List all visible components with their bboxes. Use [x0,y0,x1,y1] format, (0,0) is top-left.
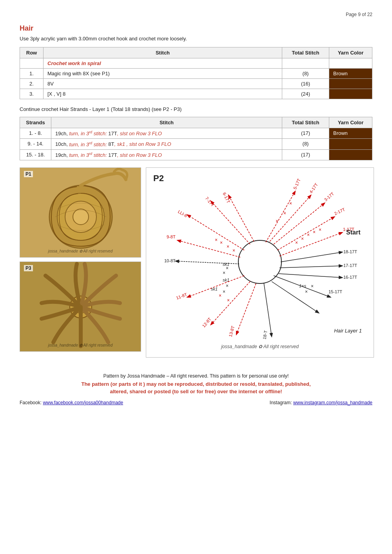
svg-text:×: × [289,201,292,206]
p1-image [20,168,141,258]
svg-text:13-8T: 13-8T [228,325,235,337]
footer: Pattern by Jossa Handmade – All right re… [20,373,372,405]
header-total-stitch: Total Stitch [282,47,329,58]
svg-text:×: × [301,236,304,242]
svg-text:×: × [307,232,310,238]
stitch-cell: 19ch, turn, in 3rd stitch: 17T, slst on … [51,149,282,160]
yarn-color-cell [329,149,372,160]
p1-label: P1 [24,171,33,177]
svg-text:×: × [295,240,298,245]
facebook-link[interactable]: www.facebook.com/jossa00handmade [43,400,123,405]
svg-line-64 [264,283,272,336]
svg-text:×: × [305,289,308,294]
stitch-cell: [X , V] 8 [44,89,282,99]
table-row: 15. - 18. 19ch, turn, in 3rd stitch: 17T… [20,149,372,160]
svg-text:18-T: 18-T [262,330,268,340]
total-cell: (8) [282,139,329,149]
svg-line-18 [278,217,334,250]
svg-text:5-17T: 5-17T [292,178,301,190]
strands-cell: 15. - 18. [20,149,51,160]
row-table: Row Stitch Total Stitch Yarn Color Croch… [20,47,372,99]
instagram-label: Instagram: [270,400,293,405]
yarn-cell [329,58,372,69]
header-yarn2: Yarn Color [329,117,372,128]
total-cell: (24) [282,89,329,99]
header-row: Row [20,47,44,58]
svg-line-20 [279,232,342,256]
row-number: 3. [20,89,44,99]
strands-table: Strands Stitch Total Stitch Yarn Color 1… [20,117,372,160]
total-cell [282,58,329,69]
table-row: 9. - 14. 10ch, turn, in 3rd stitch: 8T, … [20,139,372,149]
svg-text:×: × [232,248,235,253]
svg-text:3-17T: 3-17T [323,191,335,202]
yarn-color-cell [329,79,372,89]
row-number [20,58,44,69]
p3-label: P3 [24,265,33,271]
svg-text:4-17T: 4-17T [309,182,319,194]
svg-text:×: × [227,244,229,249]
strands-cell: 1. - 8. [20,128,51,139]
svg-text:2-17T: 2-17T [334,207,346,216]
images-section: P1 jossa_handmade ✿ All right reserv [20,167,372,358]
instagram-link-container: Instagram: www.instagram.com/jossa_handm… [270,400,372,405]
table-row: 1. - 8. 19ch, turn, in 3rd stitch: 17T, … [20,128,372,139]
continue-text: Continue crochet Hair Strands - Layer 1 … [20,106,372,112]
svg-text:15-17T: 15-17T [328,289,342,294]
svg-line-34 [187,215,244,250]
yarn-color-cell: Brown [329,69,372,79]
table-row: 3. [X , V] 8 (24) [20,89,372,99]
svg-line-25 [279,266,342,268]
table-row: Crochet work in spiral [20,58,372,69]
svg-text:×: × [223,270,225,276]
table-row: 2. 8V (16) [20,79,372,89]
table-row: 1. Magic ring with 8X (see P1) (8) Brown [20,69,372,79]
left-photos: P1 jossa_handmade ✿ All right reserv [20,167,141,358]
svg-text:×: × [227,298,230,303]
facebook-link-container: Facebook: www.facebook.com/jossa00handma… [20,400,123,405]
svg-text:7-17T: 7-17T [204,196,215,208]
stitch-cell: 19ch, turn, in 3rd stitch: 17T, slst on … [51,128,282,139]
svg-text:×: × [283,211,286,216]
footer-line2: The pattern (or parts of it ) may not be… [20,381,372,387]
yarn-color-cell [329,139,372,149]
stitch-cell: 8V [44,79,282,89]
svg-text:×: × [226,283,229,289]
svg-line-9 [266,191,295,242]
diagram-watermark: jossa_handmade ✿ All right reserved [221,344,299,349]
header-stitch: Stitch [44,47,282,58]
svg-text:10-8T: 10-8T [164,258,176,263]
svg-line-50 [176,261,239,264]
total-cell: (16) [282,79,329,89]
svg-text:12-8T: 12-8T [201,316,212,328]
stitch-cell: Magic ring with 8X (see P1) [44,69,282,79]
svg-text:×: × [311,283,314,289]
header-yarn-color: Yarn Color [329,47,372,58]
svg-text:×: × [219,293,221,298]
svg-line-23 [281,252,342,262]
p2-diagram: P2 5-17T × × × 4-17T [146,167,374,358]
svg-line-36 [178,240,240,257]
italic-stitch: turn, in 3rd stitch: [69,131,107,136]
svg-point-8 [238,240,281,283]
facebook-label: Facebook: [20,400,43,405]
svg-point-4 [73,209,89,225]
svg-text:17-17T: 17-17T [343,263,357,268]
p3-photo: P3 [20,262,141,352]
svg-line-27 [279,274,342,278]
spiral-label: Crochet work in spiral [47,60,101,66]
svg-text:×: × [226,265,229,271]
svg-text:18-17T: 18-17T [343,249,357,254]
page-number: Page 9 of 22 [20,12,372,17]
header-strands: Strands [20,117,51,128]
footer-links: Facebook: www.facebook.com/jossa00handma… [20,400,372,405]
svg-line-69 [274,276,330,297]
svg-text:11-8T: 11-8T [176,292,188,300]
svg-text:9-8T: 9-8T [167,234,176,239]
svg-text:Start: Start [346,229,361,236]
p3-watermark: jossa_handmade ✿ All right reserved [48,343,113,347]
italic-stitch: turn, in 3rd stitch: [69,152,107,158]
svg-text:16-17T: 16-17T [343,275,357,280]
svg-text:sk1: sk1 [211,287,218,291]
instagram-link[interactable]: www.instagram.com/jossa_handmade [293,400,372,405]
